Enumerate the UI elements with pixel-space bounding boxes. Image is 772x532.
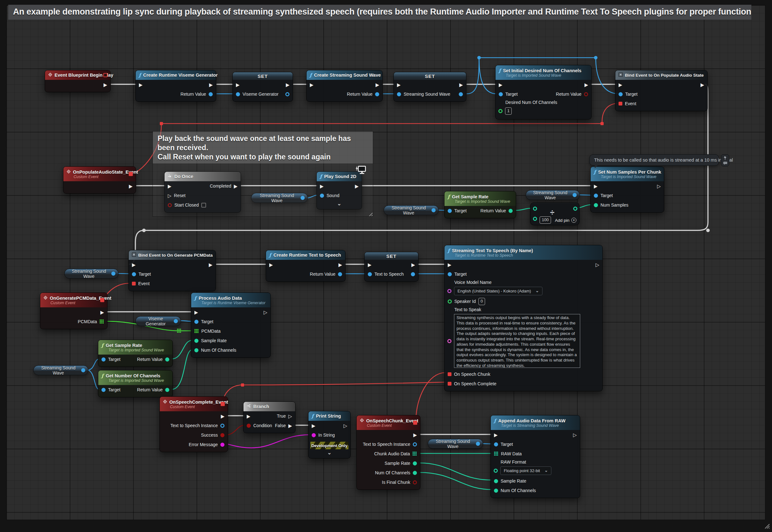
get-sample-rate-top[interactable]: ƒGet Sample RateTarget is Imported Sound… [444, 191, 516, 218]
streaming-sound-wave-pill-6[interactable]: Streaming Sound Wave [428, 439, 483, 449]
divide-node[interactable]: ÷100Add pin+ [530, 202, 580, 225]
process-audio-data[interactable]: ƒProcess Audio DataTarget is Runtime Vis… [191, 292, 271, 358]
text-to-speak-pin[interactable] [447, 339, 452, 343]
exec-pin[interactable]: ▶ [236, 82, 240, 87]
output-delegate-pin[interactable] [103, 73, 107, 77]
return-value-pin[interactable] [209, 92, 213, 96]
exec-pin[interactable]: ▶ [194, 310, 198, 315]
pcmdata-pin[interactable] [194, 329, 199, 333]
num-samples-pin[interactable] [594, 203, 598, 207]
pcmdata-pin[interactable] [100, 319, 104, 324]
on-speech-complete-pin[interactable] [448, 382, 452, 386]
output-delegate-pin[interactable] [100, 298, 104, 302]
desired-num-of-channels-pin[interactable] [499, 109, 503, 113]
set-viseme-generator[interactable]: SET▶▶Viseme Generator [232, 72, 293, 102]
target-pin[interactable] [448, 209, 452, 213]
value-box[interactable]: 100 [540, 216, 551, 224]
dividend-pin[interactable] [533, 207, 537, 211]
value-box[interactable]: 1 [505, 107, 512, 115]
print-string[interactable]: ƒPrint String▶▷In StringDevelopment Only… [308, 411, 350, 458]
set-num-samples-per-chunk[interactable]: ƒSet Num Samples Per ChunkTarget is Impo… [590, 166, 664, 213]
value-box[interactable]: 0 [479, 298, 485, 305]
output-delegate-pin[interactable] [129, 172, 133, 176]
exec-pin[interactable]: ▶ [459, 82, 463, 87]
onspeechcomplete-event[interactable]: OnSpeechComplete_EventCustom Event▶Text … [159, 396, 228, 452]
on-speech-chunk-pin[interactable] [448, 372, 452, 376]
target-pin[interactable] [194, 320, 198, 324]
return-value-pin[interactable] [338, 272, 342, 276]
create-streaming-sound-wave[interactable]: ƒCreate Streaming Sound Wave▶▶Return Val… [306, 70, 383, 102]
graph-title-comment[interactable]: An example demonstrating lip sync during… [8, 5, 751, 20]
target-pin[interactable] [499, 92, 503, 96]
exec-pin[interactable]: ▶ [413, 432, 417, 437]
return-value-pin[interactable] [165, 357, 169, 362]
exec-pin[interactable]: ▶ [310, 82, 313, 87]
text-input[interactable]: Streaming synthesis output begins with a… [454, 314, 580, 368]
add-pin-button[interactable]: Add pin+ [555, 218, 576, 223]
exec-pin[interactable]: ▶ [619, 82, 622, 87]
reroute-sq[interactable] [241, 383, 244, 387]
create-runtime-viseme-generator[interactable]: ƒCreate Runtime Viseme Generator▶▶Return… [135, 70, 216, 102]
target-pin[interactable] [594, 194, 598, 198]
viseme-generator-pin[interactable] [174, 319, 178, 323]
exec-pin[interactable]: ▶ [221, 413, 224, 419]
sample-rate-pin[interactable] [494, 479, 498, 483]
target-pin[interactable] [619, 92, 623, 96]
resize-grip[interactable] [762, 522, 770, 530]
output-delegate-pin[interactable] [221, 402, 225, 406]
viseme-generator-pin[interactable] [236, 92, 240, 96]
streaming-sound-wave-pin[interactable] [573, 193, 577, 197]
exec-pin[interactable]: ▶ [594, 183, 598, 189]
false-pin[interactable]: ▶ [288, 423, 292, 428]
result-pin[interactable] [573, 207, 577, 211]
streaming-sound-wave-pin[interactable] [397, 92, 401, 96]
exec-pin[interactable]: ▶ [103, 82, 107, 87]
exec-pin[interactable]: ▶ [448, 262, 452, 267]
exec-pin[interactable]: ▶ [139, 82, 143, 87]
exec-pin[interactable]: ▶ [132, 262, 136, 267]
sample-rate-pin[interactable] [194, 339, 198, 343]
comment-playback[interactable]: Play back the sound wave once at least o… [152, 131, 373, 217]
dropdown[interactable]: English (United States) - Kokoro (Adam)⌄ [454, 287, 543, 295]
data-pin[interactable] [285, 92, 289, 96]
exec-pin[interactable]: ▶ [368, 262, 371, 267]
data-pin[interactable] [411, 272, 415, 276]
exec-pin[interactable]: ▶ [129, 183, 132, 189]
exec-pin[interactable]: ▷ [573, 432, 577, 437]
text-to-speech-instance-pin[interactable] [220, 424, 224, 428]
set-streaming-sound-wave[interactable]: SET▶▶Streaming Sound Wave [394, 72, 467, 102]
blueprint-graph-canvas[interactable]: Event Blueprint Begin Play▶ƒCreate Runti… [6, 5, 765, 520]
true-pin[interactable]: ▷ [288, 413, 292, 419]
streaming-sound-wave-pill-2[interactable]: Streaming Sound Wave [383, 205, 439, 215]
exec-pin[interactable]: ▶ [209, 262, 212, 267]
text-to-speech-pin[interactable] [368, 272, 372, 276]
exec-pin[interactable]: ▶ [338, 262, 342, 267]
reroute-sq[interactable] [160, 122, 163, 125]
exec-pin[interactable]: ▷ [343, 423, 347, 428]
exec-pin[interactable]: ▷ [657, 183, 661, 189]
onspeechchunk-event[interactable]: OnSpeechChunk_EventCustom Event▶Text to … [356, 415, 421, 490]
divisor-pin[interactable] [533, 217, 537, 221]
reroute-sq[interactable] [601, 122, 604, 125]
exec-pin[interactable]: ▶ [494, 432, 498, 437]
event-pin[interactable] [619, 102, 622, 106]
reroute-dot[interactable] [142, 229, 146, 232]
sample-rate-pin[interactable] [413, 461, 417, 465]
return-value-pin[interactable] [165, 388, 169, 392]
exec-pin[interactable]: ▶ [269, 262, 273, 267]
data-pin[interactable] [459, 92, 463, 96]
exec-pin[interactable]: ▶ [286, 82, 289, 87]
create-runtime-text-to-speech[interactable]: ƒCreate Runtime Text to Speech▶▶Return V… [266, 250, 345, 282]
event-pin[interactable] [132, 282, 136, 285]
is-final-chunk-pin[interactable] [413, 480, 417, 484]
exec-pin[interactable]: ▷ [263, 310, 267, 315]
exec-pin[interactable]: ▶ [584, 82, 588, 87]
onpopulateaudiostate-event[interactable]: OnPopulateAudioState_EventCustom Event▶ [63, 166, 136, 194]
ongeneratepcmdata-event[interactable]: OnGeneratePCMData_EventCustom Event▶PCMD… [40, 292, 107, 329]
bubble-controls[interactable] [721, 154, 729, 166]
target-pin[interactable] [132, 272, 136, 276]
reroute-dot[interactable] [706, 229, 710, 232]
exec-pin[interactable]: ▶ [312, 423, 315, 428]
condition-pin[interactable] [247, 424, 251, 428]
exec-pin[interactable]: ▶ [209, 82, 213, 87]
